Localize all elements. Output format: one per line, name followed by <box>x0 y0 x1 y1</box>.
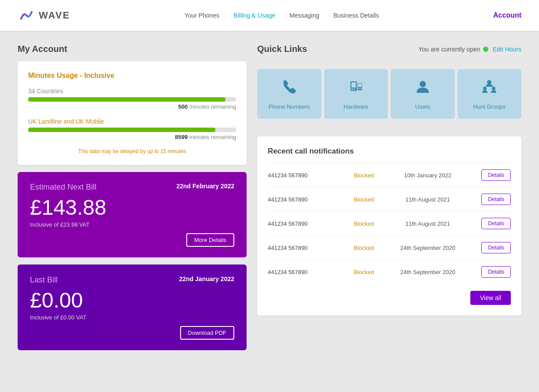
estimated-bill-footer: More Details <box>30 233 234 247</box>
svg-point-14 <box>487 80 491 84</box>
quick-link-users[interactable]: Users <box>391 69 455 119</box>
notif-number-2: 441234 567890 <box>268 220 348 227</box>
minutes-usage-card: Minutes Usage - Inclusive 34 Countries 5… <box>18 61 247 165</box>
notif-status-2: Blocked <box>354 220 374 227</box>
svg-rect-3 <box>353 88 354 89</box>
notif-date-2: 11th August 2021 <box>379 220 476 227</box>
notif-date-1: 11th August 2021 <box>379 196 476 203</box>
quick-link-hardware[interactable]: Hardware <box>324 69 388 119</box>
logo-text: WAVE <box>39 10 70 21</box>
svg-rect-10 <box>358 88 359 89</box>
notif-details-btn-3[interactable]: Details <box>481 242 511 253</box>
notifications-title: Recent call notifications <box>268 147 511 156</box>
data-delay-note: This data may be delayed by up to 15 min… <box>28 148 236 154</box>
my-account-title: My Account <box>18 44 247 54</box>
svg-rect-11 <box>359 88 360 89</box>
quick-link-hunt-groups-label: Hunt Groups <box>473 103 506 110</box>
estimated-bill-vat: Inclusive of £23.98 VAT <box>30 221 234 228</box>
svg-rect-1 <box>351 82 356 88</box>
notif-details-btn-0[interactable]: Details <box>481 169 511 181</box>
last-bill-header: Last Bill 22nd January 2022 <box>30 275 234 285</box>
notif-status-0: Blocked <box>354 172 374 179</box>
svg-rect-2 <box>351 88 352 89</box>
main-content: My Account Minutes Usage - Inclusive 34 … <box>0 31 539 370</box>
notif-date-0: 10th January 2022 <box>379 172 476 179</box>
phone-numbers-icon <box>281 78 298 99</box>
notif-details-btn-1[interactable]: Details <box>481 194 511 205</box>
hunt-groups-icon <box>480 78 498 99</box>
progress-bar-uk <box>28 128 215 132</box>
estimated-bill-card: Estimated Next Bill 22nd February 2022 £… <box>18 172 247 257</box>
nav-messaging[interactable]: Messaging <box>289 12 319 19</box>
nav-billing-usage[interactable]: Billing & Usage <box>233 12 275 19</box>
nav-business-details[interactable]: Business Details <box>333 12 379 19</box>
notif-number-0: 441234 567890 <box>268 172 348 179</box>
left-column: My Account Minutes Usage - Inclusive 34 … <box>18 44 247 357</box>
quick-link-phone-numbers-label: Phone Numbers <box>269 103 310 110</box>
usage-row-uk: UK Landline and UK Mobile 8599 minutes r… <box>28 118 236 140</box>
svg-rect-5 <box>351 90 352 91</box>
svg-rect-6 <box>353 90 354 91</box>
notif-number-1: 441234 567890 <box>268 196 348 203</box>
last-bill-amount: £0.00 <box>30 288 234 312</box>
last-bill-date: 22nd January 2022 <box>179 275 234 282</box>
logo[interactable]: WAVE <box>18 7 70 24</box>
users-icon <box>414 78 432 99</box>
quick-links-header: Quick Links You are currently open Edit … <box>257 44 521 54</box>
quick-link-phone-numbers[interactable]: Phone Numbers <box>257 69 321 119</box>
notif-status-1: Blocked <box>354 196 374 203</box>
status-dot-open <box>483 47 488 52</box>
progress-bar-countries-container <box>28 97 236 102</box>
notif-number-3: 441234 567890 <box>268 245 348 251</box>
last-bill-footer: Download PDF <box>30 326 234 340</box>
notifications-card: Recent call notifications 441234 567890 … <box>257 136 521 315</box>
edit-hours-link[interactable]: Edit Hours <box>493 46 521 53</box>
quick-links-grid: Phone Numbers <box>257 69 521 119</box>
notification-row-1: 441234 567890 Blocked 11th August 2021 D… <box>268 187 511 211</box>
account-link[interactable]: Account <box>493 11 521 19</box>
svg-point-16 <box>492 87 495 90</box>
notif-status-3: Blocked <box>354 245 374 251</box>
svg-point-15 <box>483 87 487 90</box>
nav-your-phones[interactable]: Your Phones <box>185 12 220 19</box>
quick-links-title: Quick Links <box>257 44 307 54</box>
notif-date-3: 24th September 2020 <box>379 245 476 251</box>
right-column: Quick Links You are currently open Edit … <box>257 44 521 357</box>
progress-bar-countries <box>28 97 225 102</box>
estimated-bill-amount: £143.88 <box>30 195 234 220</box>
notification-row-4: 441234 567890 Blocked 24th September 202… <box>268 260 511 284</box>
minutes-card-title: Minutes Usage - Inclusive <box>28 72 236 80</box>
quick-link-hardware-label: Hardware <box>343 103 368 110</box>
quick-link-hunt-groups[interactable]: Hunt Groups <box>458 69 522 119</box>
notif-details-btn-4[interactable]: Details <box>481 266 511 278</box>
download-pdf-button[interactable]: Download PDF <box>180 326 234 340</box>
notif-details-btn-2[interactable]: Details <box>481 218 511 229</box>
progress-bar-uk-container <box>28 128 236 132</box>
usage-label-countries: 34 Countries <box>28 88 236 95</box>
usage-label-uk: UK Landline and UK Mobile <box>28 118 236 125</box>
notification-row-2: 441234 567890 Blocked 11th August 2021 D… <box>268 211 511 235</box>
last-bill-vat: Inclusive of £0.00 VAT <box>30 314 234 321</box>
estimated-bill-header: Estimated Next Bill 22nd February 2022 <box>30 183 234 192</box>
view-all-button[interactable]: View all <box>470 291 511 305</box>
last-bill-card: Last Bill 22nd January 2022 £0.00 Inclus… <box>18 264 247 350</box>
status-text: You are currently open <box>418 46 480 53</box>
svg-rect-9 <box>358 84 362 87</box>
notif-status-4: Blocked <box>354 269 374 275</box>
more-details-button[interactable]: More Details <box>186 233 234 247</box>
usage-remaining-uk: 8599 minutes remaining <box>28 134 236 140</box>
notif-date-4: 24th September 2020 <box>379 269 476 275</box>
uk-landline-link[interactable]: UK Landline and UK Mobile <box>28 118 104 125</box>
hardware-icon <box>347 78 365 99</box>
notification-row-0: 441234 567890 Blocked 10th January 2022 … <box>268 163 511 187</box>
svg-point-13 <box>420 81 426 87</box>
last-bill-title: Last Bill <box>30 275 58 285</box>
svg-rect-4 <box>354 88 355 89</box>
svg-rect-7 <box>354 90 355 91</box>
notification-row-3: 441234 567890 Blocked 24th September 202… <box>268 235 511 260</box>
notif-number-4: 441234 567890 <box>268 269 348 275</box>
status-indicator: You are currently open Edit Hours <box>418 46 521 53</box>
main-nav: Your Phones Billing & Usage Messaging Bu… <box>185 12 379 19</box>
header: WAVE Your Phones Billing & Usage Messagi… <box>0 0 539 31</box>
estimated-bill-date: 22nd February 2022 <box>176 183 234 190</box>
